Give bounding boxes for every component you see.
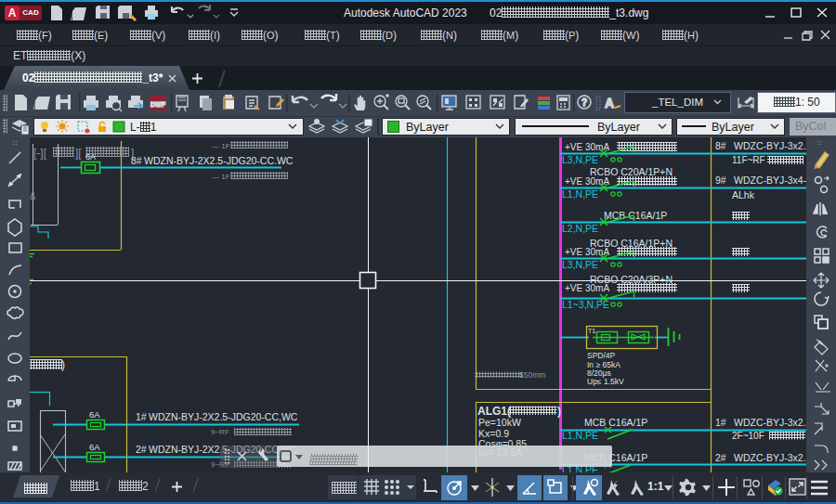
svg-text:+VE 30mA: +VE 30mA bbox=[565, 142, 609, 152]
svg-text:— 1F: — 1F bbox=[212, 142, 230, 150]
svg-text:WDZC-BYJ-3x4-: WDZC-BYJ-3x4- bbox=[734, 174, 806, 186]
svg-text:T1: T1 bbox=[588, 328, 595, 334]
svg-text:— 1F: — 1F bbox=[212, 173, 230, 181]
svg-text:L1,N,PE: L1,N,PE bbox=[562, 430, 598, 441]
svg-text:6A: 6A bbox=[89, 409, 100, 420]
svg-text:ALhk: ALhk bbox=[732, 189, 755, 200]
svg-text:][: ][ bbox=[75, 147, 82, 160]
svg-text:L2,N,PE: L2,N,PE bbox=[562, 223, 598, 234]
svg-text:ALG1(: ALG1( bbox=[477, 405, 511, 418]
svg-text:?: ? bbox=[581, 97, 587, 108]
svg-text:WDZC-BYJ-3x2.: WDZC-BYJ-3x2. bbox=[734, 417, 806, 428]
svg-text:L1~3,N,PE: L1~3,N,PE bbox=[562, 299, 609, 310]
svg-text:2#: 2# bbox=[136, 444, 147, 455]
svg-text:L3,N,PE: L3,N,PE bbox=[562, 259, 598, 270]
svg-text:6A: 6A bbox=[85, 152, 96, 162]
svg-text:Up≤ 1.5kV: Up≤ 1.5kV bbox=[587, 377, 624, 386]
svg-text:A: A bbox=[605, 96, 614, 110]
svg-text:6A: 6A bbox=[89, 442, 100, 452]
svg-text:Kx=0.9: Kx=0.9 bbox=[478, 428, 509, 439]
svg-text:2F~10F: 2F~10F bbox=[732, 431, 764, 441]
svg-text:&: & bbox=[30, 191, 36, 201]
svg-text:WDZC-BYJ-3x2.: WDZC-BYJ-3x2. bbox=[734, 140, 806, 151]
svg-text:L1,N,PE: L1,N,PE bbox=[562, 188, 598, 200]
svg-text:9#: 9# bbox=[715, 174, 726, 186]
svg-text:Pe=10kW: Pe=10kW bbox=[478, 417, 521, 428]
svg-text:8#: 8# bbox=[715, 140, 726, 151]
svg-text:2#: 2# bbox=[715, 452, 726, 463]
svg-text:MCB C16A/1P: MCB C16A/1P bbox=[584, 417, 647, 428]
svg-text:MCB C16A/1P: MCB C16A/1P bbox=[604, 210, 667, 221]
svg-text:1#: 1# bbox=[136, 411, 147, 422]
svg-text:In ≥ 65kA: In ≥ 65kA bbox=[587, 360, 620, 369]
svg-text:9~RF: 9~RF bbox=[211, 428, 229, 436]
svg-text:DWF: DWF bbox=[150, 101, 166, 108]
svg-text:L3,N,PE: L3,N,PE bbox=[562, 154, 598, 165]
svg-text:WDZC-BYJ-3x2.: WDZC-BYJ-3x2. bbox=[734, 452, 806, 463]
svg-text:WDZN-BYJ-2X2.5-JDG20-CC.WC: WDZN-BYJ-2X2.5-JDG20-CC.WC bbox=[144, 155, 294, 166]
svg-text:[-][: [-][ bbox=[33, 147, 47, 160]
svg-text:1#: 1# bbox=[715, 417, 726, 428]
svg-text:WDZN-BYJ-2X2.5-JDG20-CC,WC: WDZN-BYJ-2X2.5-JDG20-CC,WC bbox=[149, 411, 298, 422]
svg-text:550mm: 550mm bbox=[519, 370, 545, 380]
svg-text:): ) bbox=[61, 358, 65, 371]
svg-text:8#: 8# bbox=[131, 155, 142, 166]
svg-text:SPD/4P: SPD/4P bbox=[587, 351, 616, 360]
svg-text:+VE 30mA: +VE 30mA bbox=[565, 247, 609, 257]
svg-text:11F~RF: 11F~RF bbox=[732, 155, 765, 165]
svg-text:+VE 30mA: +VE 30mA bbox=[565, 176, 609, 187]
svg-text:): ) bbox=[557, 405, 561, 418]
svg-text:+VE 30mA: +VE 30mA bbox=[565, 283, 609, 293]
